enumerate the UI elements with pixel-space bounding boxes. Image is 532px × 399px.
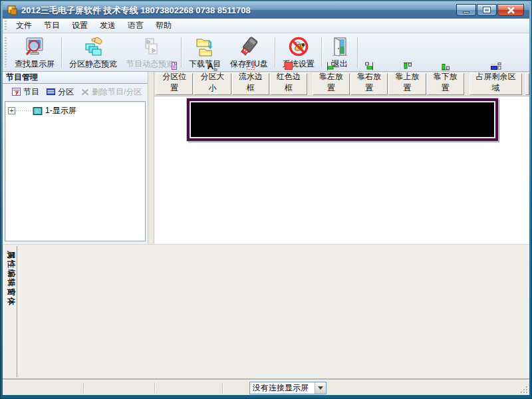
align-top-label: 靠上放置 bbox=[392, 71, 422, 94]
app-icon bbox=[7, 5, 18, 16]
menu-program[interactable]: 节目 bbox=[38, 19, 66, 33]
program-panel-toolbar: 节目 分区 删除节目/分区 bbox=[3, 84, 148, 100]
combo-dropdown-button[interactable] bbox=[315, 382, 326, 394]
flow-border-label: 流水边框 bbox=[235, 71, 266, 94]
partition-icon bbox=[46, 87, 56, 96]
flow-border-button[interactable]: 流水边框 bbox=[232, 73, 269, 95]
tree-expander-icon[interactable]: + bbox=[8, 107, 15, 114]
partition-position-icon bbox=[169, 61, 180, 71]
property-panel-side-label: 属性编辑窗体 bbox=[5, 251, 17, 307]
download-program-icon bbox=[194, 36, 215, 57]
red-border-button[interactable]: 红色边框 bbox=[270, 73, 307, 95]
delete-program-partition-button: 删除节目/分区 bbox=[77, 85, 145, 99]
preview-canvas bbox=[154, 96, 529, 244]
add-partition-label: 分区 bbox=[58, 86, 74, 98]
toolbar-separator bbox=[61, 37, 63, 68]
partition-toolbar: 分区位置 A 分区大小 bbox=[154, 72, 529, 96]
fill-remaining-button[interactable]: 占屏剩余区域 bbox=[469, 73, 522, 95]
menu-file[interactable]: 文件 bbox=[10, 19, 38, 33]
partition-static-preview-label: 分区静态预览 bbox=[69, 59, 117, 70]
program-management-panel: 节目管理 节目 分区 bbox=[3, 72, 148, 244]
titlebar[interactable]: 2012三毛电子屏软件 技术专线 18073802268 0738 851170… bbox=[3, 2, 529, 19]
program-panel-header: 节目管理 bbox=[3, 72, 148, 84]
partition-size-button[interactable]: A 分区大小 bbox=[194, 73, 231, 95]
save-to-usb-icon bbox=[238, 36, 259, 57]
delete-program-partition-label: 删除节目/分区 bbox=[92, 86, 142, 98]
program-dynamic-preview-label: 节目动态预览 bbox=[126, 59, 174, 70]
find-display-button[interactable]: 查找显示屏 bbox=[10, 35, 59, 70]
tree-connector bbox=[16, 110, 32, 111]
add-partition-button[interactable]: 分区 bbox=[43, 85, 77, 99]
toolbar-separator bbox=[357, 37, 358, 68]
partition-toolbar-separator bbox=[465, 73, 469, 95]
minimize-icon bbox=[463, 11, 469, 13]
statusbar-separator bbox=[222, 382, 223, 393]
menu-help[interactable]: 帮助 bbox=[150, 19, 178, 33]
tree-item-display-screen[interactable]: + 1-显示屏 bbox=[5, 102, 145, 116]
toolbar-separator bbox=[321, 37, 323, 68]
partition-position-button[interactable]: 分区位置 bbox=[156, 73, 193, 95]
minimize-button[interactable] bbox=[456, 4, 476, 16]
toolbar-gripper[interactable] bbox=[5, 37, 7, 68]
statusbar-separator bbox=[83, 382, 84, 393]
partition-toolbar-separator bbox=[308, 73, 313, 95]
display-screen-icon bbox=[33, 106, 43, 116]
fill-remaining-icon bbox=[489, 61, 501, 71]
statusbar-separator bbox=[154, 382, 156, 393]
property-edit-panel: 属性编辑窗体 bbox=[3, 244, 529, 379]
align-top-button[interactable]: 靠上放置 bbox=[388, 73, 426, 95]
download-program-button[interactable]: 下载节目 bbox=[184, 35, 225, 70]
system-settings-icon bbox=[288, 36, 309, 57]
window-controls bbox=[456, 4, 524, 16]
program-icon bbox=[11, 87, 21, 96]
flow-border-icon bbox=[245, 61, 256, 71]
status-bar: 没有连接显示屏 bbox=[3, 380, 529, 395]
display-preview-screen[interactable] bbox=[190, 101, 495, 138]
connection-status-value: 没有连接显示屏 bbox=[250, 382, 315, 394]
partition-position-label: 分区位置 bbox=[159, 71, 190, 94]
align-top-icon bbox=[402, 61, 413, 71]
resize-grip[interactable] bbox=[519, 385, 528, 394]
program-dynamic-preview-icon bbox=[140, 36, 161, 57]
menu-gripper[interactable] bbox=[5, 21, 7, 31]
menu-bar: 文件 节目 设置 发送 语言 帮助 bbox=[3, 19, 529, 33]
partition-static-preview-button[interactable]: 分区静态预览 bbox=[65, 35, 122, 70]
find-display-label: 查找显示屏 bbox=[15, 59, 55, 70]
panel-splitter[interactable] bbox=[148, 72, 154, 244]
close-button[interactable] bbox=[497, 4, 524, 16]
connection-status-select[interactable]: 没有连接显示屏 bbox=[249, 382, 327, 394]
partition-static-preview-icon bbox=[82, 36, 104, 57]
align-left-label: 靠左放置 bbox=[316, 71, 346, 94]
partition-workspace: 分区位置 A 分区大小 bbox=[154, 72, 529, 244]
align-left-icon bbox=[326, 61, 336, 71]
align-bottom-label: 靠下放置 bbox=[430, 71, 461, 94]
partition-toolbar-gripper[interactable] bbox=[525, 73, 529, 95]
align-left-button[interactable]: 靠左放置 bbox=[313, 73, 350, 95]
partition-size-icon: A bbox=[207, 62, 217, 71]
tree-item-label: 1-显示屏 bbox=[45, 105, 76, 116]
red-border-label: 红色边框 bbox=[273, 71, 304, 94]
align-right-label: 靠右放置 bbox=[354, 71, 384, 94]
window-title: 2012三毛电子屏软件 技术专线 18073802268 0738 851170… bbox=[21, 5, 251, 17]
find-display-icon bbox=[24, 36, 45, 57]
align-bottom-icon bbox=[440, 61, 451, 71]
maximize-button[interactable] bbox=[477, 4, 497, 16]
add-program-button[interactable]: 节目 bbox=[8, 85, 43, 99]
menu-settings[interactable]: 设置 bbox=[66, 19, 94, 33]
delete-icon bbox=[80, 88, 90, 96]
red-border-icon bbox=[283, 61, 294, 71]
align-bottom-button[interactable]: 靠下放置 bbox=[427, 73, 464, 95]
fill-remaining-label: 占屏剩余区域 bbox=[473, 71, 519, 94]
align-right-button[interactable]: 靠右放置 bbox=[350, 73, 388, 95]
exit-icon bbox=[329, 36, 350, 57]
maximize-icon bbox=[483, 7, 490, 13]
main-area: 节目管理 节目 分区 bbox=[3, 72, 529, 244]
display-preview[interactable] bbox=[187, 98, 498, 141]
app-window: 2012三毛电子屏软件 技术专线 18073802268 0738 851170… bbox=[0, 0, 532, 399]
toolbar-separator bbox=[181, 37, 182, 68]
chevron-down-icon bbox=[318, 386, 323, 390]
add-program-label: 节目 bbox=[23, 86, 39, 98]
menu-send[interactable]: 发送 bbox=[94, 19, 122, 33]
menu-language[interactable]: 语言 bbox=[122, 19, 150, 33]
property-panel-side-strip: 属性编辑窗体 bbox=[4, 246, 17, 377]
